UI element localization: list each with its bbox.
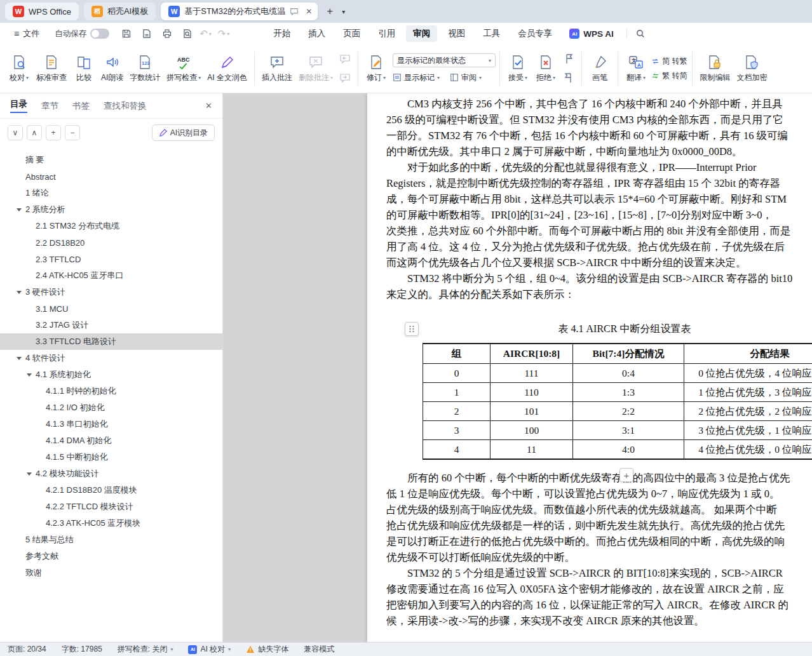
ribbon-tab-reference[interactable]: 引用	[371, 25, 402, 42]
export-pdf-icon[interactable]	[140, 27, 154, 41]
toc-item[interactable]: 4.2.1 DS18B20 温度模块	[0, 482, 222, 499]
redo-caret-icon[interactable]: ▾	[227, 31, 229, 37]
simplified-to-traditional-button[interactable]: 简 转繁	[651, 56, 687, 67]
document-page[interactable]: CM3 内核支持 256 个中断，其中包含了 16 个内核中断和 240 个外部…	[367, 93, 812, 642]
toc-item[interactable]: Abstract	[0, 168, 222, 185]
ai-polish-button[interactable]: AI 全文润色	[204, 48, 250, 89]
toc-item[interactable]: 2.3 TFTLCD	[0, 251, 222, 267]
toc-item[interactable]: 4.2.2 TFTLCD 模块设计	[0, 499, 222, 515]
table-drag-handle[interactable]	[405, 322, 419, 336]
wps-ai-menu-button[interactable]: AI WPS AI	[563, 26, 620, 41]
toc-item[interactable]: 致谢	[0, 565, 222, 581]
toc-item[interactable]: 1 绪论	[0, 185, 222, 201]
ai-proofread-status[interactable]: AI AI 校对 ▾	[188, 644, 231, 655]
proofread-button[interactable]: 校对▾	[5, 48, 33, 89]
toc-item[interactable]: 2.1 STM32 分布式电缆	[0, 218, 222, 234]
zoom-in-icon[interactable]: +	[46, 125, 61, 140]
next-change-icon[interactable]	[561, 70, 576, 86]
track-changes-button[interactable]: 修订▾	[362, 48, 390, 89]
close-sidebar-icon[interactable]: ✕	[205, 101, 212, 110]
toc-item[interactable]: 5 结果与总结	[0, 532, 222, 548]
toc-item[interactable]: 3 硬件设计	[0, 284, 222, 300]
toc-item[interactable]: 2 系统分析	[0, 201, 222, 218]
word-count-indicator[interactable]: 字数: 17985	[62, 644, 102, 655]
toc-item[interactable]: 4.2.3 ATK-HC05 蓝牙模块	[0, 515, 222, 532]
toc-item[interactable]: 4.1 系统初始化	[0, 366, 222, 383]
tab-wps-home[interactable]: W WPS Office	[5, 3, 79, 20]
undo-caret-icon[interactable]: ▾	[209, 31, 212, 37]
traditional-to-simplified-button[interactable]: 繁 转简	[651, 70, 687, 81]
toc-item[interactable]: 4.1.5 中断初始化	[0, 449, 222, 465]
ai-recognize-toc-button[interactable]: AI识别目录	[152, 124, 215, 141]
compatibility-mode-indicator[interactable]: 兼容模式	[304, 644, 334, 655]
toc-item[interactable]: 2.2 DS18B20	[0, 234, 222, 251]
toc-item[interactable]: 4.1.3 串口初始化	[0, 416, 222, 432]
toc-item[interactable]: 4.2 模块功能设计	[0, 465, 222, 482]
ribbon-tab-insert[interactable]: 插入	[301, 25, 332, 42]
ribbon-tab-tools[interactable]: 工具	[476, 25, 507, 42]
show-markup-button[interactable]: 显示标记 ▾	[393, 71, 440, 84]
tab-list-caret-icon[interactable]: ▾	[342, 8, 345, 15]
toc-item-selected[interactable]: 3.3 TFTLCD 电路设计	[0, 333, 222, 350]
toc-item[interactable]: 3.2 JTAG 设计	[0, 317, 222, 333]
word-count-button[interactable]: 123 字数统计	[126, 48, 163, 89]
previous-comment-icon[interactable]	[337, 51, 353, 67]
toc-item[interactable]: 4.1.2 I/O 初始化	[0, 399, 222, 416]
expand-all-icon[interactable]: ∧	[27, 125, 42, 140]
toc-item[interactable]: 4 软件设计	[0, 350, 222, 366]
ribbon-tab-member[interactable]: 会员专享	[511, 25, 559, 42]
ribbon-tab-view[interactable]: 视图	[441, 25, 472, 42]
missing-font-warning[interactable]: 缺失字体	[246, 644, 288, 655]
previous-change-icon[interactable]	[561, 51, 576, 67]
collapse-all-icon[interactable]: ∨	[8, 125, 23, 140]
sidebar-tab-chapters[interactable]: 章节	[41, 100, 58, 112]
ribbon-tab-review[interactable]: 审阅	[406, 25, 437, 42]
compare-button[interactable]: 比较	[70, 48, 98, 89]
delete-comment-button[interactable]: 删除批注▾	[295, 48, 336, 89]
redo-icon[interactable]: ↷	[218, 28, 226, 39]
search-icon[interactable]	[633, 27, 647, 41]
tab-document-active[interactable]: W 基于STM32的分布式电缆温 ✕	[161, 3, 318, 20]
translate-button[interactable]: 文A 翻译▾	[622, 48, 650, 89]
pen-button[interactable]: 画笔	[586, 48, 614, 89]
toc-item[interactable]: 4.1.1 时钟的初始化	[0, 383, 222, 399]
insert-comment-button[interactable]: 插入批注	[259, 48, 295, 89]
collapse-arrow-icon[interactable]	[17, 357, 22, 360]
print-icon[interactable]	[160, 27, 174, 41]
collapse-arrow-icon[interactable]	[27, 373, 32, 377]
print-preview-icon[interactable]	[180, 27, 194, 41]
sidebar-tab-contents[interactable]: 目录	[10, 98, 27, 113]
toc-item[interactable]: 摘 要	[0, 152, 222, 168]
spellcheck-status[interactable]: 拼写检查: 关闭 ▾	[118, 644, 173, 655]
reject-change-button[interactable]: 拒绝▾	[532, 48, 560, 89]
undo-icon[interactable]: ↶	[200, 28, 208, 39]
toc-item[interactable]: 参考文献	[0, 548, 222, 565]
aircr-group-table[interactable]: 组 AIRCR[10:8] Bit[7:4]分配情况 分配结果 0 111 0:…	[423, 343, 812, 460]
save-icon[interactable]	[119, 27, 133, 41]
sidebar-tab-bookmarks[interactable]: 书签	[72, 100, 90, 112]
accept-change-button[interactable]: 接受▾	[504, 48, 532, 89]
tab-docer-template[interactable]: 稻 稻壳AI模板	[84, 3, 156, 20]
close-tab-icon[interactable]: ✕	[306, 7, 312, 16]
restrict-editing-button[interactable]: 限制编辑	[696, 48, 733, 89]
file-menu-button[interactable]: ≡ 文件	[9, 26, 44, 41]
ribbon-tab-page[interactable]: 页面	[336, 25, 367, 42]
zoom-out-icon[interactable]: −	[65, 125, 80, 140]
document-encrypt-button[interactable]: 文档加密	[733, 48, 770, 89]
markup-state-dropdown[interactable]: 显示标记的最终状态 ▾	[393, 53, 496, 67]
next-comment-icon[interactable]	[337, 70, 353, 86]
collapse-arrow-icon[interactable]	[27, 472, 32, 476]
collapse-arrow-icon[interactable]	[17, 208, 22, 211]
ai-read-button[interactable]: AI朗读	[98, 48, 126, 89]
toc-item[interactable]: 2.4 ATK-HC05 蓝牙串口	[0, 267, 222, 284]
new-tab-button[interactable]: +	[323, 5, 337, 18]
autosave-toggle[interactable]	[90, 29, 109, 39]
spell-check-button[interactable]: ABC 拼写检查▾	[163, 48, 204, 89]
review-pane-button[interactable]: 审阅 ▾	[450, 71, 482, 84]
ribbon-tab-home[interactable]: 开始	[266, 25, 297, 42]
toc-item[interactable]: 4.1.4 DMA 初始化	[0, 432, 222, 449]
sidebar-tab-find-replace[interactable]: 查找和替换	[104, 100, 147, 112]
standard-review-button[interactable]: 标准审查	[33, 48, 70, 89]
add-row-handle[interactable]: +	[619, 468, 633, 482]
page-indicator[interactable]: 页面: 20/34	[8, 644, 46, 655]
